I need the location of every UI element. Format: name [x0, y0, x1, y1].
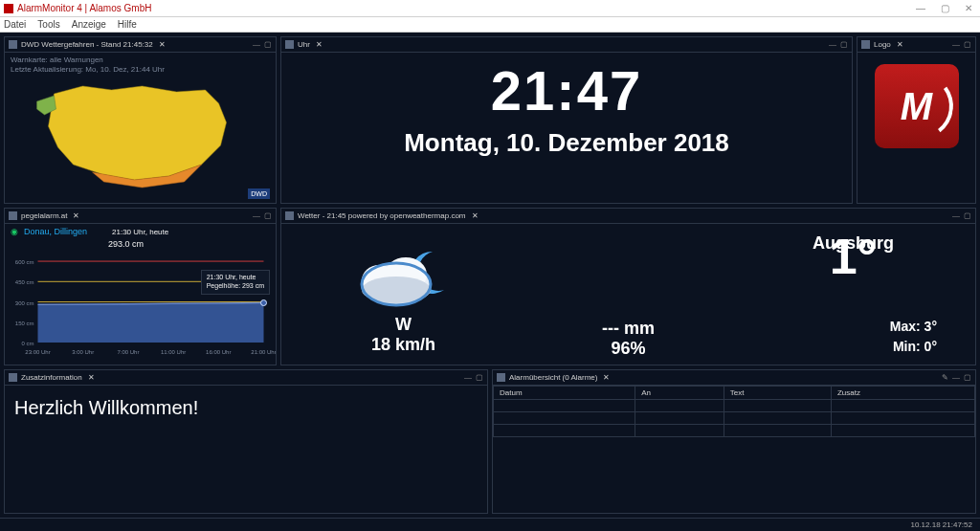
panel-logo-title: Logo — [874, 40, 891, 49]
wetter-wind-dir: W — [395, 315, 412, 335]
statusbar: 10.12.18 21:47:52 — [0, 518, 980, 531]
panel-wetter: Wetter - 21:45 powered by openweathermap… — [280, 208, 976, 365]
panel-pegel: pegelalarm.at ✕ — ▢ ◉ Donau, Dillingen 2… — [4, 208, 277, 365]
pegel-location: Donau, Dillingen — [24, 227, 87, 236]
table-row[interactable] — [494, 412, 975, 425]
app-logo: M — [875, 64, 959, 148]
svg-text:600 cm: 600 cm — [15, 259, 34, 265]
svg-text:16:00 Uhr: 16:00 Uhr — [206, 349, 231, 355]
close-icon[interactable]: ✕ — [73, 211, 79, 220]
svg-text:7:00 Uhr: 7:00 Uhr — [117, 349, 139, 355]
svg-point-14 — [261, 300, 267, 306]
bell-icon — [497, 373, 505, 382]
panel-minimize-button[interactable]: — — [464, 373, 472, 382]
close-button[interactable]: ✕ — [961, 3, 976, 13]
close-icon[interactable]: ✕ — [472, 211, 479, 220]
close-icon[interactable]: ✕ — [88, 373, 95, 382]
panel-dwd-title: DWD Wettergefahren - Stand 21:45:32 — [21, 40, 153, 49]
panel-maximize-button[interactable]: ▢ — [964, 40, 971, 49]
pegel-tooltip: 21:30 Uhr, heute Pegelhöhe: 293 cm — [201, 270, 270, 295]
image-icon — [861, 40, 870, 49]
panel-maximize-button[interactable]: ▢ — [964, 211, 971, 220]
svg-text:300 cm: 300 cm — [15, 300, 34, 306]
clock-icon — [285, 40, 294, 49]
panel-clock: Uhr ✕ — ▢ 21:47 Montag, 10. Dezember 201… — [280, 36, 853, 204]
close-icon[interactable]: ✕ — [316, 40, 323, 49]
svg-text:0 cm: 0 cm — [21, 341, 33, 346]
info-icon — [9, 373, 17, 382]
panel-edit-button[interactable]: ✎ — [942, 373, 948, 382]
close-icon[interactable]: ✕ — [897, 40, 903, 49]
panel-minimize-button[interactable]: — — [952, 373, 960, 382]
close-icon[interactable]: ✕ — [159, 40, 166, 49]
panel-alarme: Alarmübersicht (0 Alarme) ✕ ✎ — ▢ Datum … — [492, 369, 976, 514]
panel-clock-title: Uhr — [298, 40, 310, 49]
menu-tools[interactable]: Tools — [37, 19, 59, 30]
dwd-map — [5, 77, 276, 191]
wetter-rain: --- mm — [516, 319, 741, 339]
panel-maximize-button[interactable]: ▢ — [476, 373, 483, 382]
table-row[interactable] — [494, 400, 975, 412]
dwd-badge: DWD — [248, 188, 270, 199]
svg-text:450 cm: 450 cm — [15, 279, 34, 285]
pegel-marker-icon: ◉ — [11, 227, 18, 236]
svg-text:3:00 Uhr: 3:00 Uhr — [72, 349, 94, 355]
panel-minimize-button[interactable]: — — [253, 211, 260, 220]
app-title: AlarmMonitor 4 | Alamos GmbH — [17, 3, 151, 13]
panel-zusatz: Zusatzinformation ✕ — ▢ Herzlich Willkom… — [4, 369, 488, 514]
wetter-humidity: 96% — [516, 339, 741, 359]
col-zusatz[interactable]: Zusatz — [831, 387, 974, 400]
status-datetime: 10.12.18 21:47:52 — [910, 520, 972, 529]
panel-minimize-button[interactable]: — — [952, 40, 960, 49]
svg-text:21:00 Uhr: 21:00 Uhr — [251, 349, 276, 355]
maximize-button[interactable]: ▢ — [937, 3, 953, 13]
water-icon — [9, 211, 17, 220]
dwd-heading: Warnkarte: alle Warnungen — [11, 55, 270, 65]
panel-dwd: DWD Wettergefahren - Stand 21:45:32 ✕ — … — [4, 36, 277, 204]
panel-alarme-title: Alarmübersicht (0 Alarme) — [509, 373, 597, 382]
weather-cloud-moon-icon — [346, 232, 461, 319]
menu-anzeige[interactable]: Anzeige — [72, 19, 106, 30]
titlebar: AlarmMonitor 4 | Alamos GmbH — ▢ ✕ — [0, 0, 980, 17]
col-text[interactable]: Text — [724, 387, 831, 400]
svg-text:23:00 Uhr: 23:00 Uhr — [25, 349, 50, 355]
minimize-button[interactable]: — — [912, 3, 929, 13]
dwd-updated: Letzte Aktualisierung: Mo, 10. Dez, 21:4… — [11, 65, 270, 75]
pegel-now: 21:30 Uhr, heute — [112, 228, 168, 236]
panel-minimize-button[interactable]: — — [253, 40, 260, 49]
panel-minimize-button[interactable]: — — [952, 211, 960, 220]
svg-text:150 cm: 150 cm — [15, 321, 34, 326]
clock-time: 21:47 — [281, 58, 852, 122]
wetter-temp: 1° — [741, 228, 966, 319]
col-datum[interactable]: Datum — [494, 387, 635, 400]
svg-text:11:00 Uhr: 11:00 Uhr — [161, 349, 186, 355]
app-icon — [4, 4, 13, 13]
wetter-max: Max: 3° — [741, 319, 966, 339]
wetter-min: Min: 0° — [741, 339, 966, 359]
col-an[interactable]: An — [635, 387, 724, 400]
pegel-chart: 0 cm150 cm300 cm450 cm600 cm23:00 Uhr3:0… — [5, 251, 276, 358]
globe-icon — [9, 40, 17, 49]
panel-logo: Logo ✕ — ▢ M — [857, 36, 976, 204]
weather-icon — [285, 211, 294, 220]
menu-hilfe[interactable]: Hilfe — [118, 19, 137, 30]
clock-date: Montag, 10. Dezember 2018 — [281, 128, 852, 158]
panel-pegel-title: pegelalarm.at — [21, 211, 67, 220]
panel-maximize-button[interactable]: ▢ — [964, 373, 971, 382]
panel-maximize-button[interactable]: ▢ — [264, 211, 272, 220]
zusatz-text: Herzlich Willkommen! — [5, 386, 487, 431]
alarm-table: Datum An Text Zusatz — [493, 386, 975, 437]
panel-maximize-button[interactable]: ▢ — [264, 40, 272, 49]
wetter-wind-speed: 18 km/h — [371, 335, 435, 355]
panel-minimize-button[interactable]: — — [829, 40, 836, 49]
menu-datei[interactable]: Datei — [4, 19, 26, 30]
table-row[interactable] — [494, 425, 975, 437]
panel-wetter-title: Wetter - 21:45 powered by openweathermap… — [298, 211, 466, 220]
close-icon[interactable]: ✕ — [603, 373, 610, 382]
panel-zusatz-title: Zusatzinformation — [21, 373, 82, 382]
panel-maximize-button[interactable]: ▢ — [840, 40, 848, 49]
menubar: Datei Tools Anzeige Hilfe — [0, 17, 980, 33]
pegel-value: 293.0 cm — [5, 239, 276, 251]
